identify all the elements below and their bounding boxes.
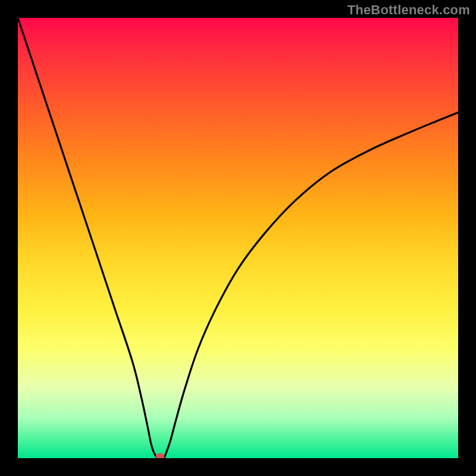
chart-plot-area [18, 18, 458, 458]
bottleneck-curve [18, 18, 458, 458]
chart-curve-svg [18, 18, 458, 458]
optimum-marker [156, 453, 164, 458]
watermark-text: TheBottleneck.com [347, 2, 470, 18]
chart-frame: TheBottleneck.com [0, 0, 476, 476]
